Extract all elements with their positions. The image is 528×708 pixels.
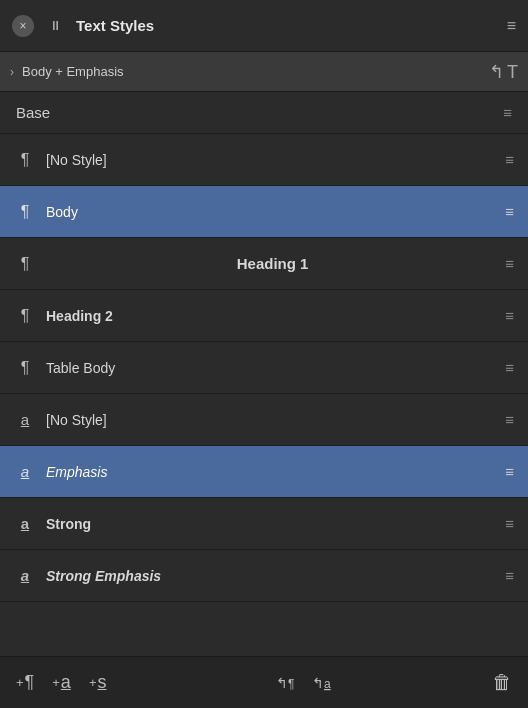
bottom-toolbar: +¶ +a +s ↰ ¶ ↰ a 🗑: [0, 656, 528, 708]
paragraph-icon: ¶: [14, 359, 36, 377]
list-item[interactable]: a Strong Emphasis ≡: [0, 550, 528, 602]
svg-text:↰: ↰: [276, 675, 288, 691]
style-name: Strong: [46, 516, 499, 532]
move-para-up-icon: ↰ ¶: [276, 673, 298, 693]
plus-icon: +: [52, 675, 60, 690]
item-menu-icon[interactable]: ≡: [505, 411, 514, 428]
list-item[interactable]: ¶ [No Style] ≡: [0, 134, 528, 186]
style-name: Body: [46, 204, 499, 220]
plus-icon: +: [89, 675, 97, 690]
item-menu-icon[interactable]: ≡: [505, 307, 514, 324]
char-icon: a: [61, 672, 71, 693]
move-up-button[interactable]: ↰ ¶: [276, 673, 298, 693]
breadcrumb-text: Body + Emphasis: [22, 64, 489, 79]
svg-text:↰: ↰: [312, 675, 324, 691]
seq-icon: s: [97, 672, 106, 693]
paragraph-icon: ¶: [14, 255, 36, 273]
item-menu-icon[interactable]: ≡: [505, 463, 514, 480]
pause-button[interactable]: ⏸: [44, 15, 66, 37]
paragraph-icon: ¶: [14, 307, 36, 325]
character-icon: a: [14, 567, 36, 584]
breadcrumb-bar: › Body + Emphasis ↰ T: [0, 52, 528, 92]
item-menu-icon[interactable]: ≡: [505, 515, 514, 532]
svg-text:a: a: [324, 677, 331, 691]
pause-icon: ⏸: [49, 18, 62, 33]
close-button[interactable]: ×: [12, 15, 34, 37]
style-name: [No Style]: [46, 412, 499, 428]
style-list: Base ≡ ¶ [No Style] ≡ ¶ Body ≡ ¶ Heading…: [0, 92, 528, 656]
title-bar: × ⏸ Text Styles ≡: [0, 0, 528, 52]
delete-style-button[interactable]: 🗑: [492, 671, 512, 694]
list-item[interactable]: ¶ Body ≡: [0, 186, 528, 238]
section-header-base: Base ≡: [0, 92, 528, 134]
list-item[interactable]: a Emphasis ≡: [0, 446, 528, 498]
item-menu-icon[interactable]: ≡: [505, 151, 514, 168]
list-item[interactable]: ¶ Heading 1 ≡: [0, 238, 528, 290]
panel-menu-icon[interactable]: ≡: [507, 17, 516, 35]
style-name: Heading 1: [46, 255, 499, 272]
item-menu-icon[interactable]: ≡: [505, 255, 514, 272]
move-char-up-icon: ↰ a: [312, 673, 340, 693]
add-sequence-style-button[interactable]: +s: [89, 672, 107, 693]
item-menu-icon[interactable]: ≡: [505, 567, 514, 584]
close-icon: ×: [19, 19, 26, 33]
list-item[interactable]: a Strong ≡: [0, 498, 528, 550]
svg-text:¶: ¶: [288, 677, 294, 691]
paragraph-icon: ¶: [14, 203, 36, 221]
move-down-button[interactable]: ↰ a: [312, 673, 340, 693]
item-menu-icon[interactable]: ≡: [505, 359, 514, 376]
section-menu-base[interactable]: ≡: [503, 104, 512, 121]
character-icon: a: [14, 411, 36, 428]
add-character-style-button[interactable]: +a: [52, 672, 71, 693]
breadcrumb-chevron[interactable]: ›: [10, 65, 14, 79]
list-item[interactable]: a [No Style] ≡: [0, 394, 528, 446]
paragraph-icon: ¶: [25, 672, 35, 693]
text-styles-panel: × ⏸ Text Styles ≡ › Body + Emphasis ↰ T …: [0, 0, 528, 708]
panel-title: Text Styles: [76, 17, 507, 34]
style-name: Strong Emphasis: [46, 568, 499, 584]
item-menu-icon[interactable]: ≡: [505, 203, 514, 220]
list-item[interactable]: ¶ Table Body ≡: [0, 342, 528, 394]
section-label-base: Base: [16, 104, 503, 121]
character-icon: a: [14, 463, 36, 480]
style-name: Emphasis: [46, 464, 499, 480]
style-name: [No Style]: [46, 152, 499, 168]
plus-icon: +: [16, 675, 24, 690]
paragraph-icon: ¶: [14, 151, 36, 169]
style-name: Heading 2: [46, 308, 499, 324]
list-item[interactable]: ¶ Heading 2 ≡: [0, 290, 528, 342]
add-paragraph-style-button[interactable]: +¶: [16, 672, 34, 693]
character-icon: a: [14, 515, 36, 532]
style-name: Table Body: [46, 360, 499, 376]
para-return-icon[interactable]: ↰ T: [489, 61, 518, 83]
